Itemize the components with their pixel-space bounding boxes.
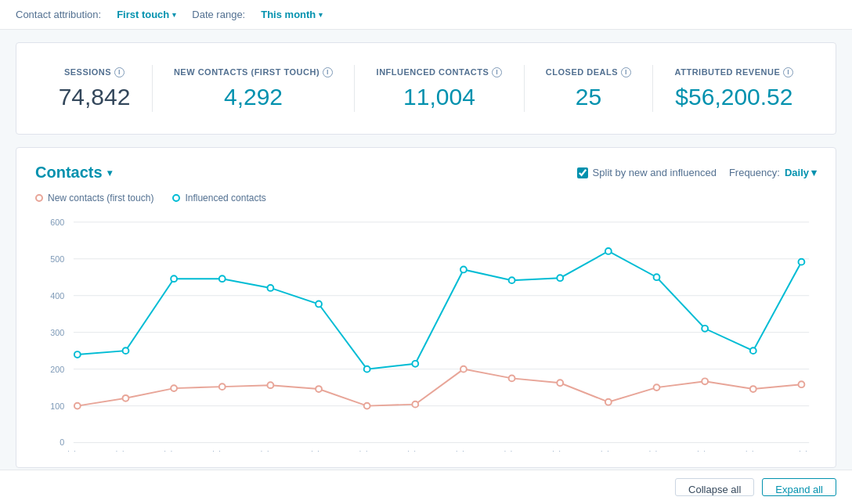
chart-title-dropdown-icon[interactable]: ▾ <box>107 167 112 178</box>
svg-point-36 <box>364 366 370 373</box>
svg-point-39 <box>509 277 515 283</box>
stat-closed-deals-value: 25 <box>546 84 631 110</box>
stat-influenced-label: INFLUENCED CONTACTS i <box>377 67 503 77</box>
stat-divider-2 <box>354 65 355 112</box>
stat-closed-deals: CLOSED DEALS i 25 <box>546 67 631 110</box>
svg-point-47 <box>171 385 177 391</box>
svg-text:27/5/2021: 27/5/2021 <box>688 449 721 452</box>
stat-revenue-value: $56,200.52 <box>675 84 794 110</box>
chart-title: Contacts ▾ <box>35 164 112 182</box>
frequency-caret-icon: ▾ <box>811 167 817 178</box>
stat-new-contacts-value: 4,292 <box>174 84 333 110</box>
svg-text:500: 500 <box>50 254 64 264</box>
new-contacts-info-icon[interactable]: i <box>323 67 333 77</box>
svg-point-57 <box>654 384 660 391</box>
svg-point-59 <box>750 386 756 392</box>
svg-text:7/5/2021: 7/5/2021 <box>208 449 237 452</box>
svg-text:5/5/2021: 5/5/2021 <box>159 449 189 452</box>
daterange-caret-icon: ▾ <box>319 11 323 19</box>
stat-divider-1 <box>152 65 153 112</box>
influenced-info-icon[interactable]: i <box>492 67 502 77</box>
svg-text:300: 300 <box>50 328 64 337</box>
legend-influenced-contacts-dot <box>172 194 180 202</box>
svg-text:600: 600 <box>50 218 64 227</box>
legend-new-contacts-dot <box>35 194 43 202</box>
svg-text:3/5/2021: 3/5/2021 <box>110 449 140 452</box>
chart-header: Contacts ▾ Split by new and influenced F… <box>35 164 817 182</box>
closed-deals-info-icon[interactable]: i <box>621 67 631 77</box>
svg-point-48 <box>219 383 226 390</box>
chart-svg: 600 500 400 300 200 100 0 1/5/2021 3/5/2… <box>35 214 817 452</box>
attribution-caret-icon: ▾ <box>172 11 176 19</box>
svg-point-60 <box>799 381 805 387</box>
svg-point-54 <box>509 375 515 381</box>
svg-point-33 <box>219 275 226 282</box>
svg-text:11/5/2021: 11/5/2021 <box>301 449 335 452</box>
stat-sessions-label: SESSIONS i <box>59 67 131 77</box>
main-content: SESSIONS i 74,842 NEW CONTACTS (FIRST TO… <box>0 30 852 481</box>
svg-point-32 <box>171 275 177 282</box>
svg-text:0: 0 <box>60 437 64 447</box>
svg-text:17/5/2021: 17/5/2021 <box>446 449 480 452</box>
frequency-dropdown[interactable]: Daily ▾ <box>785 167 817 178</box>
svg-point-41 <box>605 248 612 254</box>
attribution-dropdown[interactable]: First touch ▾ <box>117 9 176 20</box>
filter-bar: Contact attribution: First touch ▾ Date … <box>0 0 852 30</box>
svg-text:23/5/2021: 23/5/2021 <box>591 449 625 452</box>
svg-point-35 <box>316 301 322 308</box>
legend-influenced-contacts: Influenced contacts <box>172 193 265 203</box>
svg-point-58 <box>702 378 708 384</box>
stat-influenced-value: 11,004 <box>377 84 503 110</box>
stat-divider-4 <box>652 65 653 112</box>
chart-card: Contacts ▾ Split by new and influenced F… <box>16 147 836 468</box>
daterange-label: Date range: <box>192 9 245 20</box>
svg-text:13/5/2021: 13/5/2021 <box>350 449 384 452</box>
svg-point-51 <box>364 403 370 409</box>
stat-attributed-revenue: ATTRIBUTED REVENUE i $56,200.52 <box>675 67 794 110</box>
legend-new-contacts: New contacts (first touch) <box>35 193 153 203</box>
svg-text:9/5/2021: 9/5/2021 <box>255 449 285 452</box>
collapse-all-button[interactable]: Collapse all <box>675 478 754 496</box>
expand-all-button[interactable]: Expand all <box>762 478 836 496</box>
svg-point-45 <box>799 259 805 265</box>
chart-svg-wrapper: 600 500 400 300 200 100 0 1/5/2021 3/5/2… <box>35 214 817 452</box>
svg-point-50 <box>316 386 322 392</box>
chart-legend: New contacts (first touch) Influenced co… <box>35 193 817 203</box>
svg-text:400: 400 <box>50 291 64 301</box>
svg-text:15/5/2021: 15/5/2021 <box>399 449 432 452</box>
teal-point-0 <box>74 351 81 358</box>
attribution-label: Contact attribution: <box>16 9 101 20</box>
svg-text:25/5/2021: 25/5/2021 <box>640 449 673 452</box>
stat-sessions-value: 74,842 <box>59 84 131 110</box>
svg-text:200: 200 <box>50 365 64 374</box>
svg-point-44 <box>750 347 756 354</box>
svg-text:1/5/2021: 1/5/2021 <box>63 449 92 452</box>
revenue-info-icon[interactable]: i <box>783 67 793 77</box>
stat-revenue-label: ATTRIBUTED REVENUE i <box>675 67 794 77</box>
bottom-bar: Collapse all Expand all <box>0 470 852 504</box>
sessions-info-icon[interactable]: i <box>114 67 125 77</box>
chart-controls: Split by new and influenced Frequency: D… <box>577 167 817 178</box>
svg-text:31/5/...: 31/5/... <box>789 449 813 452</box>
svg-point-31 <box>123 347 129 354</box>
svg-point-42 <box>654 274 660 280</box>
daterange-dropdown[interactable]: This month ▾ <box>261 9 323 20</box>
svg-text:100: 100 <box>50 401 64 411</box>
split-checkbox-label[interactable]: Split by new and influenced <box>577 167 717 178</box>
frequency-control: Frequency: Daily ▾ <box>729 167 817 178</box>
svg-text:29/5/2021: 29/5/2021 <box>736 449 770 452</box>
stat-new-contacts-label: NEW CONTACTS (FIRST TOUCH) i <box>174 67 333 77</box>
stats-card: SESSIONS i 74,842 NEW CONTACTS (FIRST TO… <box>16 42 836 135</box>
stat-divider-3 <box>524 65 525 112</box>
svg-point-38 <box>460 267 467 273</box>
stat-sessions: SESSIONS i 74,842 <box>59 67 131 110</box>
stat-closed-deals-label: CLOSED DEALS i <box>546 67 631 77</box>
svg-text:19/5/2021: 19/5/2021 <box>495 449 529 452</box>
svg-point-43 <box>702 326 708 332</box>
svg-point-34 <box>267 285 273 291</box>
svg-point-37 <box>412 361 418 367</box>
stat-influenced-contacts: INFLUENCED CONTACTS i 11,004 <box>377 67 503 110</box>
split-checkbox-input[interactable] <box>577 167 588 178</box>
svg-point-55 <box>557 380 563 386</box>
svg-point-40 <box>557 275 563 281</box>
